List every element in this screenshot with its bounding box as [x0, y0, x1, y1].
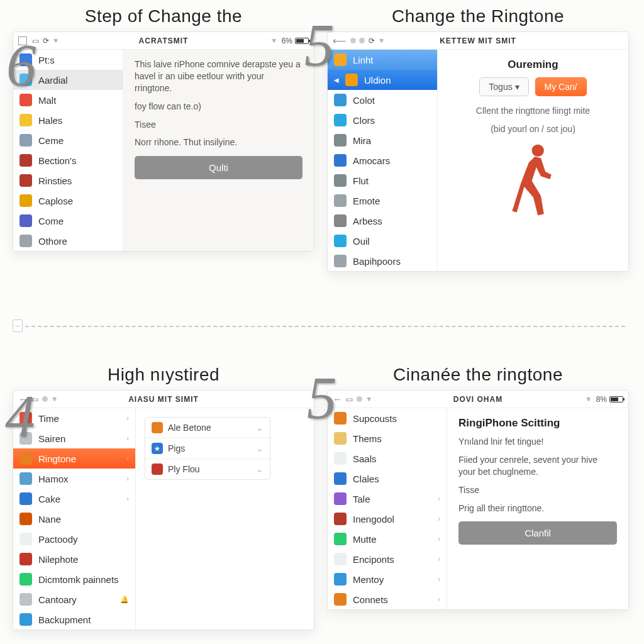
sidebar-item-label: Emote	[353, 196, 380, 206]
submenu-item[interactable]: Ply Flou⌄	[145, 459, 270, 479]
sidebar-item[interactable]: Clales	[328, 469, 447, 489]
chevron-left-icon: ◂	[334, 74, 339, 86]
sidebar: SupcoustsThemsSaalsClalesTale›Inengodol›…	[328, 408, 447, 609]
dropdown-label: Togus	[489, 82, 512, 92]
wifi-icon: ᯤ	[366, 394, 374, 404]
sidebar-item[interactable]: Aardial	[13, 70, 123, 90]
palette-icon	[334, 114, 347, 126]
sidebar-item-label: Cake	[38, 494, 60, 504]
sidebar-item-label: Supcousts	[353, 413, 397, 424]
back-icon[interactable]: ←	[18, 394, 28, 404]
submenu-item[interactable]: ★Pigs⌄	[145, 438, 270, 459]
sidebar-item[interactable]: Bapihpoors	[328, 251, 437, 271]
misc-icon	[19, 235, 32, 247]
sidebar-item[interactable]: Sairen›	[13, 428, 135, 448]
sidebar-item-label: Caplose	[38, 196, 73, 206]
sidebar-item-label: Flut	[353, 175, 369, 186]
sidebar-item[interactable]: Malt	[13, 90, 123, 110]
sidebar-item-label: Pactoody	[38, 534, 78, 545]
sidebar-item[interactable]: Ringtone›	[13, 448, 135, 469]
sidebar-item[interactable]: Arbess	[328, 211, 437, 231]
togus-dropdown[interactable]: Togus ▾	[479, 77, 528, 96]
sidebar-item[interactable]: Supcousts	[328, 408, 447, 428]
sidebar-item[interactable]: Nilephote	[13, 549, 135, 569]
sidebar: Time›Sairen›Ringtone›Hamox›Cake›NanePact…	[13, 408, 136, 630]
refresh-icon: ⟳	[43, 36, 49, 45]
sidebar-item-label: Inengodol	[353, 514, 394, 525]
sidebar-item[interactable]: Mentoy›	[328, 569, 447, 589]
sidebar-item[interactable]: Hales	[13, 110, 123, 130]
clanfil-button[interactable]: Clanfil	[458, 521, 617, 545]
sidebar-item[interactable]: Rinsties	[13, 170, 123, 191]
chevron-down-icon: ⌄	[256, 443, 264, 453]
sidebar-item[interactable]: Emote	[328, 191, 437, 211]
sidebar-item[interactable]: Tale›	[328, 489, 447, 509]
sidebar-item-label: Tale	[353, 494, 370, 504]
sidebar-item[interactable]: Mira	[328, 130, 437, 150]
submenu-item[interactable]: Ale Betone⌄	[145, 418, 270, 438]
sidebar-item-label: Thems	[353, 433, 382, 444]
sidebar-item-label: Bapihpoors	[353, 256, 401, 267]
sidebar-item[interactable]: Pt:s	[13, 50, 123, 70]
sidebar-item-label: Mutte	[353, 534, 377, 545]
content-pane: RingiPhone Scitting Ynıland lnir fet tin…	[447, 408, 628, 609]
sidebar-item-label: Mentoy	[353, 574, 384, 585]
mycan-button[interactable]: My Can/	[535, 77, 587, 96]
quit-button[interactable]: Qulti	[135, 156, 303, 179]
sidebar-item[interactable]: Ceme	[13, 130, 123, 150]
sidebar-item[interactable]: Colot	[328, 90, 437, 110]
sidebar-item[interactable]: Time›	[13, 408, 135, 428]
sidebar-item[interactable]: Dicmtomk painnets	[13, 569, 135, 589]
sidebar-item[interactable]: Nane	[13, 509, 135, 529]
sidebar-item[interactable]: Othore	[13, 231, 123, 251]
sidebar-item-label: Connets	[353, 594, 388, 605]
back-icon[interactable]: ⟵	[333, 35, 347, 47]
back-icon[interactable]: ←	[333, 394, 342, 404]
list-icon	[334, 432, 347, 445]
body-text: Norr rihone. Thut insilyine.	[135, 136, 303, 148]
sidebar-item[interactable]: Bection's	[13, 150, 123, 170]
body-text: Cllent the ringttone fiingt mite	[449, 105, 617, 117]
status-bar: ⟵ ⟳ ᯤ KETTEW MIT SMIT	[328, 32, 628, 50]
body-text: Prig all their ringttone.	[458, 502, 617, 514]
square-icon	[19, 154, 32, 167]
arrow-icon	[334, 154, 347, 167]
sidebar-item[interactable]: Mutte›	[328, 529, 447, 549]
chat-icon	[334, 533, 347, 545]
traffic-lights	[42, 396, 48, 402]
sidebar-item[interactable]: Cantoary🔔	[13, 589, 135, 609]
window-title: DOVI OHAM	[453, 395, 502, 404]
globe-icon	[334, 573, 347, 586]
sidebar-item-label: Dicmtomk painnets	[38, 574, 119, 585]
wifi-icon: ᯤ	[379, 36, 387, 45]
sidebar-item[interactable]: Thems	[328, 428, 447, 448]
sidebar-item[interactable]: Enciponts›	[328, 549, 447, 569]
sidebar-item-label: Time	[38, 413, 59, 424]
section-divider	[19, 326, 625, 327]
sidebar-item-label: Hamox	[38, 474, 69, 484]
sidebar-item[interactable]: Flut	[328, 170, 437, 191]
sidebar-item-label: Mira	[353, 135, 371, 146]
sidebar-item[interactable]: Inengodol›	[328, 509, 447, 529]
sidebar-item[interactable]: Connets›	[328, 589, 447, 609]
sidebar-item[interactable]: Backupment	[13, 609, 135, 630]
wifi-icon: ᯤ	[52, 394, 60, 404]
window-title: KETTEW MIT SMIT	[440, 36, 516, 45]
sidebar-item[interactable]: Clors	[328, 110, 437, 130]
sidebar-item[interactable]: Cake›	[13, 489, 135, 509]
sidebar-item[interactable]: Caplose	[13, 191, 123, 211]
square-icon	[334, 513, 347, 525]
body-text: Tisee	[135, 119, 303, 131]
sidebar-item[interactable]: Pactoody	[13, 529, 135, 549]
step-title: Change the Ringtone	[327, 6, 629, 26]
sidebar-item[interactable]: Linht	[328, 50, 437, 70]
sidebar-item[interactable]: Amocars	[328, 150, 437, 170]
sidebar-item[interactable]: ◂Uldion	[328, 70, 437, 90]
doc-icon	[19, 432, 32, 445]
sidebar-item[interactable]: Come	[13, 211, 123, 231]
sidebar-item[interactable]: Saals	[328, 448, 447, 469]
sidebar-item[interactable]: Hamox›	[13, 469, 135, 489]
sidebar-item[interactable]: Ouil	[328, 231, 437, 251]
status-bar: ← ▭ ᯤ DOVI OHAM ᯤ 8%	[328, 391, 628, 408]
sidebar-item-label: Amocars	[353, 155, 390, 166]
